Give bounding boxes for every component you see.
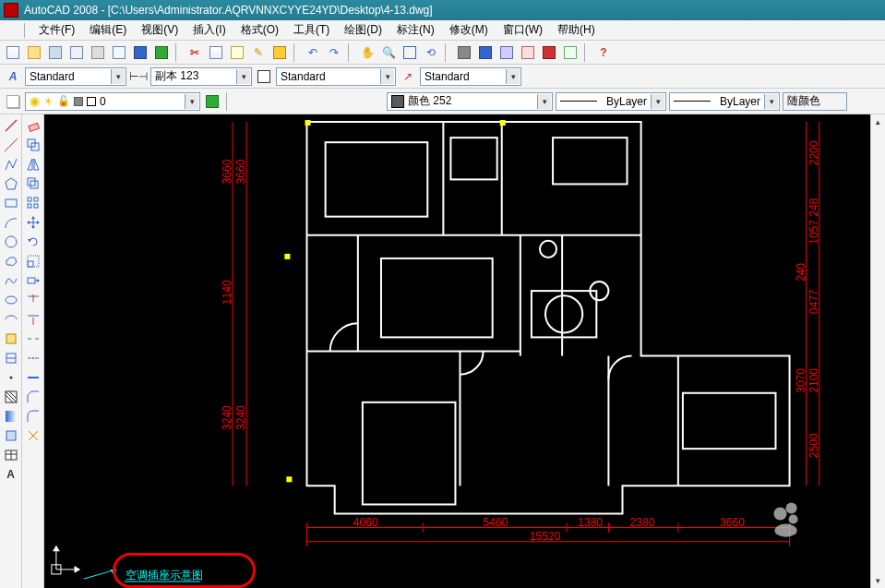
scale-tool[interactable] — [24, 252, 42, 270]
dcenter-button[interactable] — [476, 43, 495, 62]
help-button[interactable]: ? — [594, 43, 613, 62]
zoom-prev-button[interactable]: ⟲ — [422, 43, 440, 62]
polygon-tool[interactable] — [2, 174, 20, 193]
circle-tool[interactable] — [2, 233, 20, 251]
textstyle-combo[interactable]: Standard▾ — [25, 67, 126, 86]
copy-tool[interactable] — [24, 136, 42, 154]
menu-edit[interactable]: 编辑(E) — [84, 20, 132, 40]
menu-window[interactable]: 窗口(W) — [497, 20, 548, 40]
mleaderstyle-combo[interactable]: Standard▾ — [420, 67, 521, 86]
toolpal-button[interactable] — [497, 43, 516, 62]
array-tool[interactable] — [24, 194, 42, 212]
plotstyle-combo[interactable]: 随颜色 — [783, 92, 847, 111]
menu-file[interactable]: 文件(F) — [33, 20, 80, 40]
svg-marker-94 — [54, 546, 59, 551]
calc-button[interactable] — [561, 43, 580, 62]
dimstyle-icon[interactable]: ⊢⊣ — [129, 67, 148, 86]
zoom-win-button[interactable] — [401, 43, 419, 62]
ssm-button[interactable] — [519, 43, 537, 62]
erase-tool[interactable] — [24, 116, 42, 135]
standard-toolbar: ✂ ✎ ↶ ↷ ✋ 🔍 ⟲ ? — [0, 41, 885, 65]
xline-tool[interactable] — [2, 136, 20, 154]
mtext-tool[interactable]: A — [2, 465, 20, 484]
menu-tools[interactable]: 工具(T) — [288, 20, 335, 40]
saveas-button[interactable] — [67, 43, 86, 62]
menu-format[interactable]: 格式(O) — [235, 20, 284, 40]
tablestyle-combo[interactable]: Standard▾ — [276, 67, 396, 86]
color-swatch-icon — [391, 95, 404, 108]
join-tool[interactable] — [24, 368, 42, 387]
ellipsearc-tool[interactable] — [2, 310, 20, 329]
save-button[interactable] — [46, 43, 65, 62]
menu-view[interactable]: 视图(V) — [136, 20, 184, 40]
table-tool[interactable] — [2, 446, 20, 464]
gradient-tool[interactable] — [2, 407, 20, 426]
lineweight-combo[interactable]: ByLayer ▾ — [669, 92, 780, 111]
svg-point-99 — [786, 502, 797, 513]
properties-button[interactable] — [455, 43, 473, 62]
new-button[interactable] — [4, 43, 22, 62]
drawing-canvas[interactable]: 4060 5460 1380 2380 3660 15520 3660 1140… — [44, 114, 885, 588]
svg-marker-30 — [31, 216, 35, 219]
rectangle-tool[interactable] — [2, 194, 20, 212]
layer-combo[interactable]: ◉ ☀ 🔓 0 ▾ — [25, 92, 200, 111]
open-button[interactable] — [25, 43, 43, 62]
arc-tool[interactable] — [2, 213, 20, 232]
markup-button[interactable] — [540, 43, 558, 62]
block-tool[interactable] — [2, 349, 20, 367]
offset-tool[interactable] — [24, 174, 42, 193]
menu-modify[interactable]: 修改(M) — [444, 20, 494, 40]
tablestyle-icon[interactable] — [255, 67, 273, 86]
line-tool[interactable] — [2, 116, 20, 135]
break-tool[interactable] — [24, 330, 42, 348]
spline-tool[interactable] — [2, 271, 20, 290]
dwf-button[interactable] — [152, 43, 171, 62]
dimstyle-combo[interactable]: 副本 123▾ — [150, 67, 252, 86]
publish-button[interactable] — [131, 43, 149, 62]
vscroll[interactable]: ▴ ▾ — [870, 114, 885, 588]
pline-tool[interactable] — [2, 155, 20, 174]
ellipse-tool[interactable] — [2, 291, 20, 309]
mleaderstyle-icon[interactable]: ↗ — [399, 67, 417, 86]
break2-tool[interactable] — [24, 349, 42, 367]
insert-tool[interactable] — [2, 330, 20, 348]
fillet-tool[interactable] — [24, 407, 42, 426]
block-button[interactable] — [270, 43, 289, 62]
menu-insert[interactable]: 插入(I) — [187, 20, 231, 40]
textstyle-icon[interactable]: A — [4, 67, 22, 86]
move-tool[interactable] — [24, 213, 42, 232]
region-tool[interactable] — [2, 426, 20, 445]
rotate-tool[interactable] — [24, 233, 42, 251]
pan-button[interactable]: ✋ — [358, 43, 377, 62]
svg-marker-2 — [6, 178, 17, 189]
preview-button[interactable] — [110, 43, 128, 62]
redo-button[interactable]: ↷ — [325, 43, 343, 62]
chamfer-tool[interactable] — [24, 388, 42, 406]
menu-draw[interactable]: 绘图(D) — [339, 20, 388, 40]
point-tool[interactable] — [2, 368, 20, 387]
undo-button[interactable]: ↶ — [304, 43, 322, 62]
mirror-tool[interactable] — [24, 155, 42, 174]
extend-tool[interactable] — [24, 310, 42, 329]
linetype-combo[interactable]: ByLayer ▾ — [556, 92, 666, 111]
trim-tool[interactable] — [24, 291, 42, 309]
revcloud-tool[interactable] — [2, 252, 20, 270]
dim-b2: 5460 — [484, 516, 508, 529]
matchprop-button[interactable]: ✎ — [249, 43, 268, 62]
explode-tool[interactable] — [24, 426, 42, 445]
layer-manager-button[interactable] — [4, 92, 22, 111]
scroll-up-icon[interactable]: ▴ — [871, 114, 885, 129]
hatch-tool[interactable] — [2, 388, 20, 406]
layer-prev-button[interactable] — [203, 92, 221, 111]
zoom-rt-button[interactable]: 🔍 — [379, 43, 398, 62]
plot-button[interactable] — [89, 43, 107, 62]
svg-rect-76 — [284, 254, 290, 259]
menu-dimension[interactable]: 标注(N) — [391, 20, 440, 40]
stretch-tool[interactable] — [24, 271, 42, 290]
menu-help[interactable]: 帮助(H) — [552, 20, 601, 40]
copy-button[interactable] — [207, 43, 225, 62]
paste-button[interactable] — [228, 43, 246, 62]
color-combo[interactable]: 颜色 252 ▾ — [387, 92, 553, 111]
scroll-down-icon[interactable]: ▾ — [871, 573, 885, 588]
cut-button[interactable]: ✂ — [185, 43, 204, 62]
